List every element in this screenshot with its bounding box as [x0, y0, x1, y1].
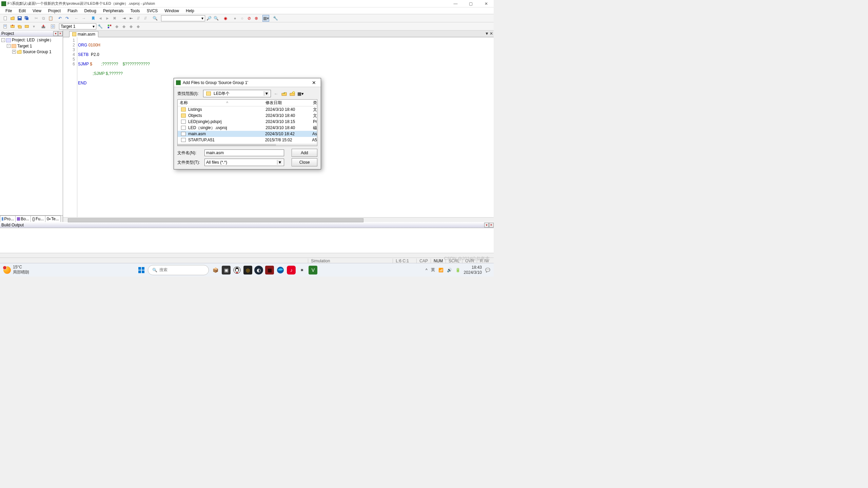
- books-icon[interactable]: ◆: [135, 23, 141, 30]
- code-content[interactable]: ORG 0100H SETB P2.0 SJMP $ ;??????? $???…: [77, 37, 150, 217]
- app-steam-icon[interactable]: ◐: [254, 266, 263, 274]
- build-icon[interactable]: [9, 23, 16, 30]
- find-in-files-icon[interactable]: 🔎: [205, 15, 212, 22]
- add-button[interactable]: Add: [292, 149, 317, 157]
- file-list-header[interactable]: 名称^ 修改日期 类: [178, 100, 317, 106]
- tab-functions[interactable]: {}Fu...: [31, 216, 45, 222]
- paste-icon[interactable]: 📋: [47, 15, 54, 22]
- uncomment-icon[interactable]: //: [142, 15, 149, 22]
- notifications-icon[interactable]: 💬: [485, 268, 490, 272]
- project-tree[interactable]: - Project: LED（single） - Target 1 + Sour…: [0, 37, 63, 215]
- app-keil-icon[interactable]: V: [309, 266, 317, 274]
- file-tab-main[interactable]: main.asm: [69, 31, 98, 37]
- open-file-icon[interactable]: [9, 15, 16, 22]
- build-output-scrollbar[interactable]: [0, 253, 494, 258]
- taskbar-weather[interactable]: 15°C局部晴朗: [3, 265, 29, 275]
- file-row[interactable]: Objects2024/3/10 18:40文: [178, 113, 317, 119]
- app-icon[interactable]: 📦: [211, 266, 220, 274]
- rebuild-icon[interactable]: [16, 23, 23, 30]
- menu-view[interactable]: View: [29, 8, 45, 14]
- maximize-button[interactable]: ▢: [463, 0, 478, 7]
- stop-build-icon[interactable]: ▾: [31, 23, 37, 30]
- breakpoint-kill-icon[interactable]: ⊗: [253, 15, 260, 22]
- file-row[interactable]: Listings2024/3/10 18:40文: [178, 106, 317, 113]
- taskbar-clock[interactable]: 18:432024/3/10: [464, 265, 482, 275]
- close-button[interactable]: Close: [292, 158, 317, 166]
- menu-svcs[interactable]: SVCS: [143, 8, 161, 14]
- volume-icon[interactable]: 🔊: [447, 268, 452, 272]
- close-button[interactable]: ✕: [478, 0, 494, 7]
- task-view-icon[interactable]: ▣: [222, 266, 231, 274]
- start-button[interactable]: [137, 266, 146, 274]
- panel-close-icon[interactable]: ✕: [489, 223, 494, 227]
- bookmark-icon[interactable]: [90, 15, 97, 22]
- dialog-close-button[interactable]: ✕: [307, 80, 321, 85]
- comment-icon[interactable]: //: [135, 15, 142, 22]
- manage-components-icon[interactable]: [106, 23, 113, 30]
- select-packs-icon[interactable]: ◆: [113, 23, 120, 30]
- reload-packs-icon[interactable]: ◆: [127, 23, 134, 30]
- view-menu-icon[interactable]: ▦▾: [297, 90, 303, 97]
- target-label[interactable]: Target 1: [17, 44, 32, 48]
- app-icon[interactable]: ▦: [265, 266, 274, 274]
- bookmark-next-icon[interactable]: ►: [104, 15, 111, 22]
- build-output-body[interactable]: [0, 228, 494, 253]
- battery-icon[interactable]: 🔋: [455, 268, 460, 272]
- nav-back-icon[interactable]: ←: [273, 90, 279, 97]
- system-tray[interactable]: ^ 英 📶 🔊 🔋 18:432024/3/10 💬: [426, 265, 490, 275]
- batch-build-icon[interactable]: [23, 23, 30, 30]
- bookmark-prev-icon[interactable]: ◄: [97, 15, 104, 22]
- menu-project[interactable]: Project: [45, 8, 64, 14]
- indent-icon[interactable]: ⇥: [121, 15, 127, 22]
- save-all-icon[interactable]: [23, 15, 30, 22]
- editor-hscrollbar[interactable]: [63, 217, 494, 222]
- filetype-combo[interactable]: All files (*.*)▼: [204, 159, 284, 166]
- tree-expand-icon[interactable]: +: [12, 50, 16, 54]
- minimize-button[interactable]: —: [448, 0, 463, 7]
- tray-overflow-icon[interactable]: ^: [426, 268, 428, 272]
- file-row[interactable]: STARTUP.A512015/7/8 15:02A5: [178, 137, 317, 143]
- app-icon[interactable]: ✴: [298, 266, 307, 274]
- filename-input[interactable]: [204, 149, 284, 156]
- file-row[interactable]: LED(single).pdsprj2024/3/10 18:15Pr: [178, 119, 317, 125]
- breakpoint-enable-icon[interactable]: ○: [239, 15, 245, 22]
- find-combo[interactable]: ▾: [161, 15, 205, 21]
- breakpoint-disable-icon[interactable]: ⊘: [246, 15, 253, 22]
- tab-books[interactable]: Bo...: [15, 216, 31, 222]
- download-icon[interactable]: [40, 23, 47, 30]
- menu-tools[interactable]: Tools: [127, 8, 143, 14]
- menu-debug[interactable]: Debug: [81, 8, 100, 14]
- panel-pin-icon[interactable]: ▾: [53, 31, 58, 36]
- file-list-hscrollbar[interactable]: [178, 144, 317, 146]
- wifi-icon[interactable]: 📶: [438, 268, 443, 272]
- tab-project[interactable]: Pro...: [0, 216, 16, 222]
- app-netease-icon[interactable]: ♪: [287, 266, 296, 274]
- pack-installer-icon[interactable]: ◆: [120, 23, 127, 30]
- look-in-combo[interactable]: LED单个 ▼: [203, 90, 271, 97]
- tree-expand-icon[interactable]: -: [1, 38, 5, 42]
- target-select[interactable]: Target 1▾: [59, 23, 96, 29]
- find-icon[interactable]: 🔍: [152, 15, 158, 22]
- taskbar-search[interactable]: 🔍搜索: [148, 265, 209, 275]
- new-folder-icon[interactable]: [289, 90, 295, 97]
- nav-up-icon[interactable]: [281, 90, 287, 97]
- incremental-find-icon[interactable]: 🔍: [213, 15, 219, 22]
- copy-icon[interactable]: ⧉: [40, 15, 47, 22]
- app-icon[interactable]: ◎: [243, 266, 252, 274]
- cut-icon[interactable]: ✂: [33, 15, 40, 22]
- breakpoint-insert-icon[interactable]: ●: [232, 15, 238, 22]
- new-file-icon[interactable]: [2, 15, 9, 22]
- window-layout-icon[interactable]: ▦▾: [262, 15, 269, 22]
- configure-icon[interactable]: 🔧: [272, 15, 279, 22]
- panel-pin-icon[interactable]: ▾: [484, 223, 489, 227]
- app-qq-icon[interactable]: [233, 266, 241, 274]
- translate-icon[interactable]: [2, 23, 9, 30]
- tab-templates[interactable]: 0▪Te...: [45, 216, 61, 222]
- file-row[interactable]: main.asm2024/3/10 18:42As: [178, 131, 317, 137]
- bookmark-clear-icon[interactable]: ✖: [111, 15, 118, 22]
- project-root-label[interactable]: Project: LED（single）: [12, 37, 54, 43]
- app-edge-icon[interactable]: [276, 266, 285, 274]
- nav-forward-icon[interactable]: →: [80, 15, 87, 22]
- menu-window[interactable]: Window: [161, 8, 182, 14]
- undo-icon[interactable]: ↶: [57, 15, 63, 22]
